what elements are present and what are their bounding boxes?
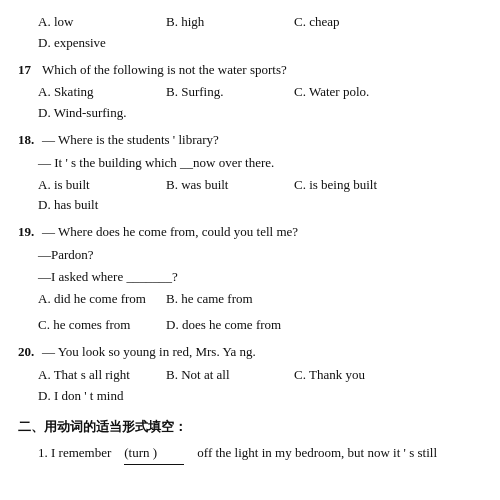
q20-options: A. That s all right B. Not at all C. Tha… (38, 365, 482, 407)
s2-item1-text-after: off the light in my bedroom, but now it … (197, 445, 437, 460)
q18-opt-b: B. was built (166, 175, 276, 196)
page-content: A. low B. high C. cheap D. expensive 17 … (18, 12, 482, 465)
q20-opt-d: D. I don ' t mind (38, 386, 148, 407)
section2-item-1: 1. I remember (turn ) off the light in m… (38, 443, 482, 465)
q19-opt-a: A. did he come from (38, 289, 148, 310)
q19-options: A. did he come from B. he came from (38, 289, 482, 310)
s2-item1-num: 1. (38, 445, 48, 460)
q18-num: 18. (18, 130, 38, 151)
q19-line: 19. — Where does he come from, could you… (18, 222, 482, 243)
q18-opt-a: A. is built (38, 175, 148, 196)
q18-opt-c: C. is being built (294, 175, 404, 196)
section2-header: 二、用动词的适当形式填空： (18, 417, 482, 438)
question-20: 20. — You look so young in red, Mrs. Ya … (18, 342, 482, 406)
q17-text: Which of the following is not the water … (42, 60, 287, 81)
q20-opt-a: A. That s all right (38, 365, 148, 386)
q20-line: 20. — You look so young in red, Mrs. Ya … (18, 342, 482, 363)
q18-dialogue-2: — It ' s the building which __now over t… (38, 153, 482, 174)
prev-option-b: B. high (166, 12, 276, 33)
q19-opt-b: B. he came from (166, 289, 276, 310)
question-19: 19. — Where does he come from, could you… (18, 222, 482, 336)
question-17: 17 Which of the following is not the wat… (18, 60, 482, 124)
q19-dialogue-1: — Where does he come from, could you tel… (42, 222, 298, 243)
q17-opt-d: D. Wind-surfing. (38, 103, 148, 124)
q19-dialogue-2: —Pardon? (38, 245, 482, 266)
prev-option-a: A. low (38, 12, 148, 33)
q19-opt-d: D. does he come from (166, 315, 281, 336)
q20-opt-b: B. Not at all (166, 365, 276, 386)
q17-options: A. Skating B. Surfing. C. Water polo. D.… (38, 82, 482, 124)
question-18: 18. — Where is the students ' library? —… (18, 130, 482, 216)
q18-line: 18. — Where is the students ' library? (18, 130, 482, 151)
q17-opt-a: A. Skating (38, 82, 148, 103)
q19-dialogue-3: —I asked where _______? (38, 267, 482, 288)
q19-opt-c: C. he comes from (38, 315, 148, 336)
s2-item1-blank: (turn ) (124, 443, 184, 465)
q20-opt-c: C. Thank you (294, 365, 404, 386)
s2-item1-text-before: I remember (51, 445, 111, 460)
q17-opt-c: C. Water polo. (294, 82, 404, 103)
q19-num: 19. (18, 222, 38, 243)
prev-option-d: D. expensive (38, 33, 148, 54)
prev-options-row: A. low B. high C. cheap D. expensive (38, 12, 482, 54)
q18-opt-d: D. has built (38, 195, 148, 216)
q20-num: 20. (18, 342, 38, 363)
q17-num: 17 (18, 60, 38, 81)
q17-opt-b: B. Surfing. (166, 82, 276, 103)
q18-dialogue-1: — Where is the students ' library? (42, 130, 219, 151)
q17-line: 17 Which of the following is not the wat… (18, 60, 482, 81)
q19-options-2: C. he comes from D. does he come from (38, 315, 482, 336)
q18-options: A. is built B. was built C. is being bui… (38, 175, 482, 217)
prev-option-c: C. cheap (294, 12, 404, 33)
q20-text: — You look so young in red, Mrs. Ya ng. (42, 342, 256, 363)
